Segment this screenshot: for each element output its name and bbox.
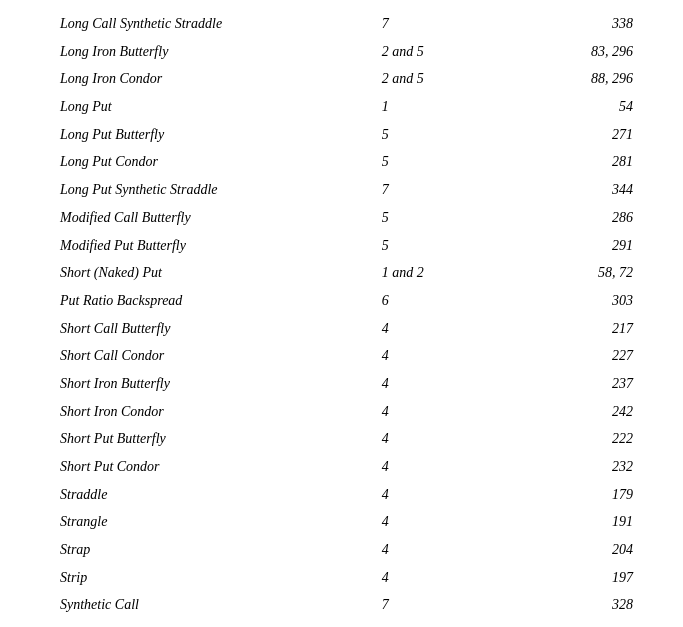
page-number: 83, 296 [502, 38, 663, 66]
strategy-name: Strap [20, 536, 374, 564]
chapter-number: 1 and 2 [374, 259, 503, 287]
strategy-name: Long Put Condor [20, 148, 374, 176]
strategy-name: Strip [20, 564, 374, 592]
strategy-name: Short Call Butterfly [20, 315, 374, 343]
page-number: 344 [502, 176, 663, 204]
strategy-name: Straddle [20, 481, 374, 509]
page-number: 242 [502, 398, 663, 426]
chapter-number: 2 and 5 [374, 65, 503, 93]
strategy-name: Synthetic Put [20, 619, 374, 627]
strategy-name: Short Put Butterfly [20, 425, 374, 453]
strategy-name: Long Iron Condor [20, 65, 374, 93]
chapter-number: 6 [374, 287, 503, 315]
table-row: Short Call Butterfly4217 [20, 315, 663, 343]
table-row: Straddle4179 [20, 481, 663, 509]
strategy-name: Long Iron Butterfly [20, 38, 374, 66]
chapter-number: 4 [374, 342, 503, 370]
strategy-name: Long Call Synthetic Straddle [20, 10, 374, 38]
strategy-name: Synthetic Call [20, 591, 374, 619]
strategy-name: Strangle [20, 508, 374, 536]
strategy-name: Short Iron Butterfly [20, 370, 374, 398]
table-row: Long Put Condor5281 [20, 148, 663, 176]
chapter-number: 5 [374, 121, 503, 149]
page-number: 271 [502, 121, 663, 149]
strategy-name: Long Put Butterfly [20, 121, 374, 149]
table-row: Short Call Condor4227 [20, 342, 663, 370]
page-number: 303 [502, 287, 663, 315]
page-number: 333 [502, 619, 663, 627]
strategy-name: Short (Naked) Put [20, 259, 374, 287]
chapter-number: 1 [374, 93, 503, 121]
chapter-number: 4 [374, 453, 503, 481]
table-row: Long Iron Condor2 and 588, 296 [20, 65, 663, 93]
table-row: Short Iron Condor4242 [20, 398, 663, 426]
chapter-number: 4 [374, 564, 503, 592]
page-number: 328 [502, 591, 663, 619]
table-row: Long Call Synthetic Straddle7338 [20, 10, 663, 38]
table-row: Put Ratio Backspread6303 [20, 287, 663, 315]
chapter-number: 5 [374, 232, 503, 260]
table-row: Modified Put Butterfly5291 [20, 232, 663, 260]
page-number: 58, 72 [502, 259, 663, 287]
page-number: 197 [502, 564, 663, 592]
index-table: Long Call Synthetic Straddle7338Long Iro… [20, 10, 663, 627]
strategy-name: Put Ratio Backspread [20, 287, 374, 315]
chapter-number: 7 [374, 619, 503, 627]
chapter-number: 4 [374, 425, 503, 453]
table-row: Long Put154 [20, 93, 663, 121]
strategy-name: Short Put Condor [20, 453, 374, 481]
table-row: Synthetic Put7333 [20, 619, 663, 627]
chapter-number: 4 [374, 398, 503, 426]
chapter-number: 4 [374, 536, 503, 564]
chapter-number: 4 [374, 370, 503, 398]
table-row: Short Put Butterfly4222 [20, 425, 663, 453]
table-row: Strap4204 [20, 536, 663, 564]
strategy-name: Long Put Synthetic Straddle [20, 176, 374, 204]
table-row: Short Iron Butterfly4237 [20, 370, 663, 398]
strategy-name: Long Put [20, 93, 374, 121]
page-number: 217 [502, 315, 663, 343]
page-number: 232 [502, 453, 663, 481]
chapter-number: 7 [374, 10, 503, 38]
table-row: Long Put Butterfly5271 [20, 121, 663, 149]
page-number: 179 [502, 481, 663, 509]
table-row: Long Iron Butterfly2 and 583, 296 [20, 38, 663, 66]
page-number: 281 [502, 148, 663, 176]
table-row: Short (Naked) Put1 and 258, 72 [20, 259, 663, 287]
chapter-number: 4 [374, 481, 503, 509]
table-row: Strip4197 [20, 564, 663, 592]
page-number: 204 [502, 536, 663, 564]
chapter-number: 5 [374, 204, 503, 232]
page-number: 291 [502, 232, 663, 260]
chapter-number: 7 [374, 591, 503, 619]
page-number: 222 [502, 425, 663, 453]
strategy-name: Short Iron Condor [20, 398, 374, 426]
page-number: 338 [502, 10, 663, 38]
page-number: 237 [502, 370, 663, 398]
page-number: 191 [502, 508, 663, 536]
chapter-number: 2 and 5 [374, 38, 503, 66]
table-row: Synthetic Call7328 [20, 591, 663, 619]
table-row: Long Put Synthetic Straddle7344 [20, 176, 663, 204]
page-number: 88, 296 [502, 65, 663, 93]
table-row: Short Put Condor4232 [20, 453, 663, 481]
table-row: Modified Call Butterfly5286 [20, 204, 663, 232]
page-number: 286 [502, 204, 663, 232]
strategy-name: Modified Put Butterfly [20, 232, 374, 260]
chapter-number: 5 [374, 148, 503, 176]
chapter-number: 7 [374, 176, 503, 204]
table-row: Strangle4191 [20, 508, 663, 536]
page-number: 227 [502, 342, 663, 370]
chapter-number: 4 [374, 508, 503, 536]
chapter-number: 4 [374, 315, 503, 343]
page-number: 54 [502, 93, 663, 121]
strategy-name: Modified Call Butterfly [20, 204, 374, 232]
strategy-name: Short Call Condor [20, 342, 374, 370]
